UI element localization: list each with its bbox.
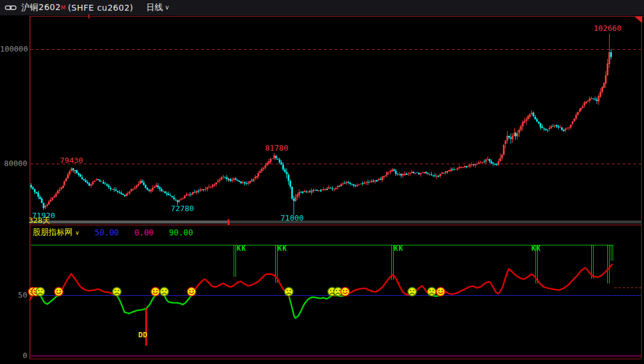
smiley-happy-marker (187, 288, 196, 296)
dd-signal-label: DD (138, 330, 148, 339)
price-annotation: 71000 (280, 214, 304, 222)
oscillator-curve (346, 275, 432, 295)
oscillator-curve (441, 264, 612, 295)
scrollbar-loaded[interactable] (30, 221, 228, 223)
indicator-name: 股朋指标网 (33, 227, 73, 238)
indicator-param-value: 0.00 (134, 228, 154, 237)
price-annotation: 72780 (171, 205, 194, 212)
smiley-sad-marker (285, 288, 293, 296)
smiley-sad-marker (408, 288, 416, 296)
oscillator-curve (117, 294, 157, 314)
price-annotation: 79430 (60, 157, 83, 164)
smiley-happy-marker (341, 288, 349, 296)
oscillator-curve (192, 274, 289, 298)
indicator-param-value: 90.00 (169, 228, 193, 237)
smiley-happy-marker (55, 288, 63, 296)
price-axis-tick: 100000 (0, 45, 27, 53)
indicator-header: 股朋指标网 ∨ 50.000.0090.00 (33, 228, 193, 237)
indicator-axis-tick: 0 (0, 352, 27, 359)
price-annotation: 102660 (594, 24, 621, 32)
trading-app-window: 沪铜2602 M (SHFE cu2602) 日线 ∨ 100000800005… (0, 0, 644, 364)
scrollbar-marker[interactable] (228, 219, 229, 225)
kk-signal-label: KK (237, 244, 246, 253)
corner-triangle-marker (635, 17, 642, 23)
smiley-sad-marker (113, 288, 121, 296)
price-annotation: 328天 (28, 216, 50, 224)
price-axis-tick: 80000 (0, 159, 27, 167)
indicator-name-dropdown[interactable]: 股朋指标网 ∨ (33, 227, 79, 238)
kk-signal-label: KK (394, 244, 403, 253)
smiley-sad-marker (160, 288, 168, 296)
kk-signal-label: KK (531, 244, 541, 253)
oscillator-curve (59, 274, 117, 296)
indicator-param-value: 50.00 (95, 228, 119, 237)
smiley-happy-marker (151, 288, 160, 296)
smiley-sad-marker (36, 288, 44, 296)
oscillator-curve (289, 295, 333, 318)
indicator-axis-tick: 50 (0, 291, 27, 299)
smiley-happy-marker (436, 288, 445, 296)
kk-signal-label: KK (278, 244, 287, 253)
smiley-sad-marker (428, 288, 436, 296)
indicator-chevron-down-icon: ∨ (75, 229, 79, 236)
indicator-params: 50.000.0090.00 (79, 228, 193, 237)
candlestick-series (30, 34, 612, 215)
price-annotation: 81780 (265, 144, 288, 152)
chart-canvas (0, 0, 644, 364)
